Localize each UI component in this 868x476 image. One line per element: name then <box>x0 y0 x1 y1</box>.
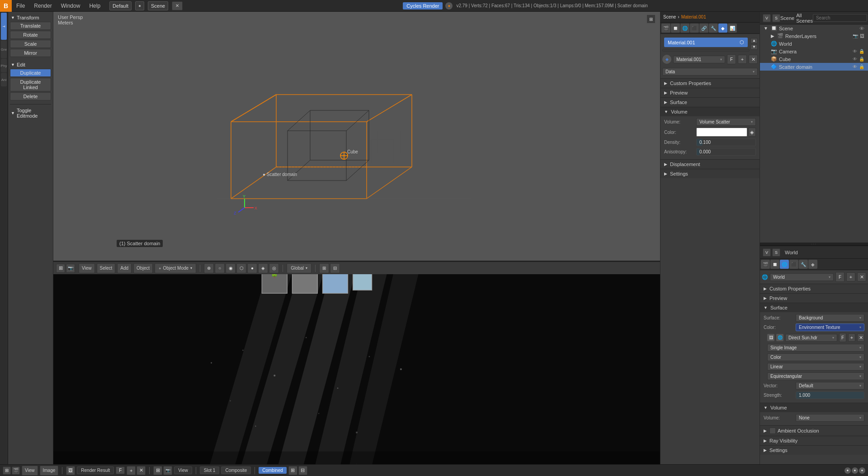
delete-button[interactable]: Delete <box>10 92 51 100</box>
custom-props-header[interactable]: ▶ Custom Properties <box>660 79 760 88</box>
tab-material[interactable]: ◆ <box>718 24 727 33</box>
combined-label[interactable]: Combined <box>259 467 287 474</box>
scatter-eye-icon[interactable]: 👁 <box>853 64 857 69</box>
camera-lock-icon[interactable]: 🔒 <box>859 49 864 54</box>
tab-anim[interactable]: Ani <box>1 73 7 86</box>
world-view-btn[interactable]: V <box>763 248 771 257</box>
close-button[interactable]: ✕ <box>172 1 183 10</box>
fake-user-bottom[interactable]: F <box>116 466 125 474</box>
world-tab-modifier[interactable]: 🔧 <box>799 260 808 269</box>
strength-field[interactable]: 1.000 <box>796 391 864 399</box>
close-world-btn[interactable]: ✕ <box>857 272 866 281</box>
add-mat-btn[interactable]: + <box>738 55 747 64</box>
vp-bottom-icon[interactable]: ⊞ <box>153 466 162 475</box>
camera-view-icon[interactable]: 📷 <box>66 264 75 273</box>
ray-vis-header[interactable]: ▶ Ray Visibility <box>760 436 868 445</box>
transform-header[interactable]: ▼ Transform <box>10 14 51 22</box>
tab-grease[interactable]: Gre <box>1 40 7 58</box>
eye-icon-scene[interactable]: 👁 <box>859 26 864 31</box>
snap-icon[interactable]: ⊕ <box>204 263 214 273</box>
outliner-search[interactable] <box>813 14 867 22</box>
vector-dropdown[interactable]: Default ▾ <box>796 382 864 390</box>
transform-space[interactable]: Global ▾ <box>287 263 311 273</box>
tab-render[interactable]: 🎬 <box>661 24 670 33</box>
engine-dropdown[interactable]: Default <box>109 1 132 10</box>
panel-icon[interactable]: ⊞ <box>56 264 65 273</box>
render-action-icon[interactable]: 🖼 <box>66 466 75 475</box>
select-menu[interactable]: Select <box>97 263 116 273</box>
slot-dropdown[interactable]: Slot 1 <box>200 466 220 474</box>
surface-type-dropdown[interactable]: Background ▾ <box>796 314 864 322</box>
vp-bottom-icon2[interactable]: 📷 <box>163 466 172 475</box>
render-result-label[interactable]: Render Result <box>77 466 114 474</box>
bottom-type-icon[interactable]: 🎬 <box>12 466 20 475</box>
camera-restrict-icon[interactable]: 👁 <box>853 49 857 54</box>
hdr-close-btn[interactable]: ✕ <box>857 333 864 342</box>
texture-icon[interactable]: ◈ <box>258 263 268 273</box>
overlay-icon[interactable]: ◉ <box>226 263 236 273</box>
toggle-editmode-header[interactable]: ▼ Toggle Editmode <box>10 106 51 120</box>
material-props-scroll[interactable]: ▶ Custom Properties ▶ Preview ▶ Surface <box>660 78 760 464</box>
outliner-scatter-domain[interactable]: 🔷 Scatter domain 👁 🔒 <box>760 63 868 71</box>
world-tab-mat[interactable]: ◆ <box>808 260 817 269</box>
view-menu[interactable]: View <box>79 263 95 273</box>
renderlayers-render-icon[interactable]: 🖼 <box>860 33 864 38</box>
world-props-scroll[interactable]: ▶ Custom Properties ▶ Preview ▼ Surface <box>760 284 868 464</box>
bottom-image-btn[interactable]: Image <box>40 466 59 476</box>
composite-label[interactable]: Composite <box>221 466 251 474</box>
outliner-world[interactable]: 🌐 World <box>760 40 868 48</box>
world-tab-render[interactable]: 🎬 <box>761 260 770 269</box>
mirror-button[interactable]: Mirror <box>10 49 51 57</box>
material-scroll[interactable] <box>662 49 750 52</box>
color-option-dropdown[interactable]: Color ▾ <box>767 353 864 361</box>
viewport-3d[interactable]: User Persp Meters <box>53 12 660 262</box>
edit-header[interactable]: ▼ Edit <box>10 61 51 69</box>
world-fake-user-btn[interactable]: F <box>835 272 844 282</box>
view-bottom-label[interactable]: View <box>174 466 192 474</box>
world-search-btn[interactable]: S <box>772 248 780 257</box>
hdr-file-dropdown[interactable]: Direct Sun.hdr ▾ <box>785 334 837 342</box>
shader-type[interactable]: Data ▾ <box>662 68 758 76</box>
status-red[interactable]: ● <box>859 467 865 474</box>
scene-dropdown[interactable]: Scene <box>148 1 168 10</box>
zoom-icon[interactable]: ⊞ <box>288 466 297 475</box>
search-outliner-btn[interactable]: S <box>772 14 780 22</box>
equirect-dropdown[interactable]: Equirectangular ▾ <box>767 372 864 380</box>
render-preview-icon[interactable]: ◎ <box>269 263 279 273</box>
menu-help[interactable]: Help <box>85 0 105 11</box>
outliner-scene[interactable]: ▼ 🔲 Scene 👁 <box>760 24 868 32</box>
layer-icon-2[interactable]: ⊟ <box>330 263 340 273</box>
ao-header[interactable]: ▶ Ambient Occlusion <box>760 426 868 436</box>
world-surface-header[interactable]: ▼ Surface <box>760 303 868 312</box>
render-view[interactable]: Frame:1 | Time:02:44.20 | Mem:113.46M, P… <box>53 274 660 464</box>
world-volume-header[interactable]: ▼ Volume <box>760 403 868 412</box>
menu-window[interactable]: Window <box>57 0 85 11</box>
ao-checkbox[interactable] <box>769 428 776 434</box>
linear-dropdown[interactable]: Linear ▾ <box>767 363 864 371</box>
fake-user-btn[interactable]: F <box>727 54 736 64</box>
settings-header[interactable]: ▶ Settings <box>660 169 760 178</box>
cube-eye-icon[interactable]: 👁 <box>853 57 857 62</box>
blender-logo[interactable]: B <box>0 0 12 12</box>
scatter-lock-icon[interactable]: 🔒 <box>859 64 864 69</box>
view-btn[interactable]: V <box>763 14 771 22</box>
object-menu[interactable]: Object <box>133 263 153 273</box>
single-image-dropdown[interactable]: Single Image ▾ <box>767 344 864 352</box>
displacement-header[interactable]: ▶ Displacement <box>660 160 760 169</box>
color-expand-btn[interactable]: ◈ <box>748 128 756 137</box>
tab-constraint[interactable]: 🔗 <box>699 24 708 33</box>
tab-world[interactable]: 🌐 <box>680 24 689 33</box>
delete-mat-btn[interactable]: ✕ <box>749 55 758 64</box>
bottom-view-btn[interactable]: View <box>22 466 38 476</box>
world-tab-world[interactable]: 🌐 <box>780 260 789 269</box>
hdr-add-btn[interactable]: + <box>848 333 855 342</box>
tab-modifier[interactable]: 🔧 <box>709 24 718 33</box>
duplicate-button[interactable]: Duplicate <box>10 69 51 77</box>
anisotropy-field[interactable]: 0.000 <box>696 148 756 156</box>
solid-icon[interactable]: ● <box>247 263 257 273</box>
status-yellow[interactable]: ● <box>852 467 858 474</box>
translate-button[interactable]: Translate <box>10 22 51 30</box>
tab-tools[interactable]: T <box>1 13 7 40</box>
tab-data[interactable]: 📊 <box>728 24 737 33</box>
tab-phy[interactable]: Phy <box>1 59 7 72</box>
